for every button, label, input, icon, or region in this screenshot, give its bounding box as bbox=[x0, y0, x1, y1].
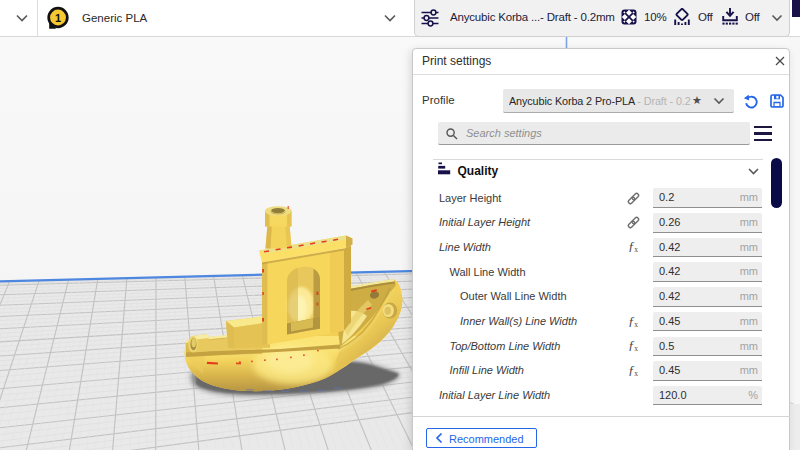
svg-text:1: 1 bbox=[55, 12, 61, 24]
